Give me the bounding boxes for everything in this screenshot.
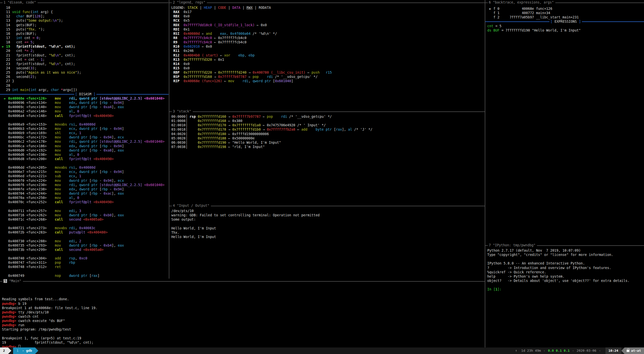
pane-border	[169, 206, 485, 206]
term-line: 02:0010│ 0x7fffffffd170 → 0x7fffffffd1a0…	[171, 123, 485, 127]
term-line: 0x400735 <func+293> mov dword ptr [rbp -…	[2, 243, 169, 248]
term-line: f 2 7ffff7a05b97 __libc_start_main+231	[487, 15, 644, 19]
ipython-console[interactable]: Python 2.7.17 (default, Nov 7 2019, 10:0…	[487, 248, 644, 291]
term-line: 0x4006ca <func+186> mov edx, dword ptr […	[2, 144, 169, 148]
term-line	[171, 222, 485, 226]
chevron-left-icon: ‹	[596, 348, 603, 353]
term-line: 01:0008│ 0x7fffffffd168 ← 0x380	[171, 119, 485, 123]
term-line: 23 fprintf(stdout, "%d\n", cnt);	[2, 62, 169, 66]
term-line	[2, 293, 485, 297]
term-line: RDI 0x1	[171, 27, 485, 32]
term-line	[487, 257, 644, 261]
term-line: pwndbg> cwatch cnt	[2, 314, 485, 319]
terminal-cursor[interactable]	[18, 345, 20, 347]
term-line: RSP 0x7fffffffd160 → 0x7ffff7b97787 ← po…	[171, 75, 485, 79]
term-line	[2, 252, 169, 256]
term-line: 00:0000│ rsp 0x7fffffffd160 → 0x7ffff7b9…	[171, 114, 485, 119]
pane-header-input-output: 4 "Input / Output"	[169, 203, 485, 208]
term-line: 0x40071c <func+268> call second <0x4005a…	[2, 217, 169, 222]
pane-number: 1	[4, 1, 6, 4]
term-line: 0x4006d6 <func+198> mov al, 0	[2, 153, 169, 157]
term-line: R12 0x4004b0 (_start) ← xor ebp, ebp	[171, 53, 485, 57]
term-line: RDX 0x7ffff7dd18c0 (_IO_stdfile_1_lock) …	[171, 23, 485, 27]
term-line: ► 19 fprintf(stdout, "%d\n", cnt);	[2, 44, 169, 49]
pane-disasm-code[interactable]: 1 "disasm, code" 10 11 void func(int arg…	[0, 0, 169, 279]
pane-input-output[interactable]: 4 "Input / Output" /dev/pts/10warning: G…	[169, 203, 485, 279]
chevron-left-icon: ‹	[570, 348, 577, 353]
term-line: 27 }	[2, 79, 169, 83]
term-line: 0x400747 <func+311> pop rbp	[2, 260, 169, 265]
term-line: 0x4006c2 <func+178> mov rdi, qword ptr […	[2, 139, 169, 144]
term-line: 0x400749 nop dword ptr [rax]	[2, 274, 169, 278]
source-code-listing: 10 11 void func(int arg) { 12 char BUF[1…	[2, 6, 169, 92]
term-line: object? -> Details about 'object', use '…	[487, 279, 644, 283]
term-line: 11 void func(int arg) {	[2, 10, 169, 14]
pane-title: "backtrace, expressions, args"	[493, 1, 554, 4]
pane-header-backtrace: 6 "backtrace, expressions, args"	[485, 0, 644, 5]
chevron-left-icon: ‹	[541, 348, 548, 353]
pane-title: "legend, regs"	[177, 1, 205, 4]
date: 2020-03-06	[577, 348, 596, 353]
term-line: 06:0030│ 0x7fffffffd190 ← "Hello World, …	[171, 140, 485, 145]
term-line: %quickref -> Quick reference.	[487, 270, 644, 274]
term-line: RBP 0x7fffffffd220 → 0x7fffffffd240 → 0x…	[171, 70, 485, 75]
pane-border-vertical-right[interactable]	[485, 0, 485, 347]
term-line: 20 cnt *= 2;	[2, 49, 169, 53]
term-line	[2, 284, 485, 288]
powerline-arrow	[8, 347, 11, 354]
term-line: warning: GDB: Failed to set controlling …	[171, 213, 485, 217]
term-line: ► 0x40068e <func+126> mov rdi, qword ptr…	[2, 96, 169, 101]
term-line: 24 second(3);	[2, 66, 169, 70]
term-line: Hello World, I'm Input	[171, 226, 485, 230]
pane-stack[interactable]: 3 "stack" 00:0000│ rsp 0x7fffffffd160 → …	[169, 109, 485, 203]
window-name: gdb	[26, 348, 33, 353]
term-line: f 1 400772 main+34	[487, 11, 644, 15]
term-line: 21 fprintf(stdout, "%d\n", cnt);	[2, 53, 169, 57]
pane-main-gdb[interactable]: 5 "Main" Reading symbols from test...don…	[0, 279, 485, 347]
window-tab-gdb[interactable]: 1›gdb	[13, 347, 35, 354]
pane-title: "Input / Output"	[177, 204, 209, 208]
pane-title: "stack"	[177, 109, 191, 113]
pane-number-active: 5	[4, 279, 7, 283]
term-line: 0x40069c <func+140> mov dword ptr [rbp -…	[2, 105, 169, 109]
session-badge[interactable]: 2	[0, 347, 8, 354]
term-line: 0x4006bc <func+172> mov dword ptr [rbp -…	[2, 135, 169, 139]
pane-ipython[interactable]: 7 "IPython: tmp/pwndbg" Python 2.7.17 (d…	[485, 243, 644, 347]
term-line: 0x4006a2 <func+146> mov al, 0	[2, 109, 169, 113]
uptime: 1d 23h 49m	[521, 348, 541, 353]
term-line: 0x4006dd <func+205> movabs rsi, 0x40080d	[2, 165, 169, 170]
pane-legend-regs[interactable]: 2 "legend, regs" LEGEND: STACK | HEAP | …	[169, 0, 485, 109]
term-line: 0x40070a <func+250> mov al, 0	[2, 196, 169, 200]
term-line: pwndbg>	[2, 345, 485, 347]
term-line: Breakpoint 1, func (arg=5) at test.c:19	[2, 336, 485, 340]
term-line: 17 int cnt = 0;	[2, 36, 169, 40]
gdb-console[interactable]: Reading symbols from test...done.pwndbg>…	[2, 284, 485, 347]
clock: 10:24	[605, 347, 621, 354]
pane-backtrace-expressions[interactable]: 6 "backtrace, expressions, args" ► f 0 4…	[485, 0, 644, 243]
term-line: 0x4006f6 <func+230> mov rdi, qword ptr […	[2, 183, 169, 187]
term-line: 19 fprintf(stdout, "%d\n", cnt);	[2, 340, 485, 345]
term-line: ? -> Introduction and overview of IPytho…	[487, 266, 644, 270]
pane-border-vertical-left[interactable]	[169, 0, 169, 279]
pane-title: "Main"	[9, 279, 21, 283]
pane-number: 4	[173, 204, 175, 208]
stack-listing: 00:0000│ rsp 0x7fffffffd160 → 0x7ffff7b9…	[171, 114, 485, 149]
registers-listing: LEGEND: STACK | HEAP | CODE | DATA | RWX…	[171, 6, 485, 83]
term-line: 0x400721 <func+273> movabs rdi, 0x40083c	[2, 226, 169, 230]
term-line: 16 puts(BUF);	[2, 32, 169, 36]
term-line: ► f 0 40068e func+126	[487, 7, 644, 11]
disasm-separator-label: [ DISASM ]	[74, 92, 96, 96]
term-line: 29 int main(int argc, char *argv[])	[2, 88, 169, 92]
disassembly-listing: ► 0x40068e <func+126> mov rdi, qword ptr…	[2, 96, 169, 278]
spacer	[517, 348, 521, 353]
pane-title: "IPython: tmp/pwndbg"	[493, 243, 535, 247]
term-line: 14 gets(BUF);	[2, 23, 169, 27]
term-line: Hello World, I'm Input	[171, 235, 485, 239]
term-line: pwndbg> run	[2, 323, 485, 327]
term-line: cnt = 5	[487, 24, 644, 28]
term-line: Python 2.7.17 (default, Nov 7 2019, 10:0…	[487, 248, 644, 253]
powerline-arrow	[35, 347, 38, 354]
term-line: RIP 0x40068e (func+126) ← mov rdi, qword…	[171, 79, 485, 83]
term-line: 03:0018│ 0x7fffffffd178 → 0x7fffffffd1b0…	[171, 127, 485, 132]
term-line: 0x4006a9 <func+153> movabs rsi, 0x40080d	[2, 122, 169, 127]
